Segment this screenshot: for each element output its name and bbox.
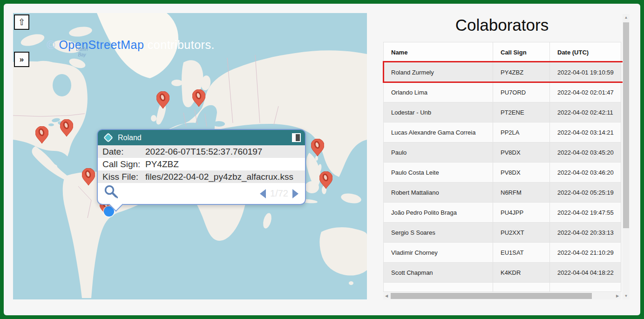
- popup-field-callsign: Call Sign:PY4ZBZ: [98, 158, 305, 170]
- page-indicator: 1/72: [270, 188, 288, 199]
- page-content: © OpenStreetMap contributors. BaffinBay …: [4, 4, 640, 315]
- column-header-callsign: Call Sign: [493, 42, 550, 62]
- page-title: Colaborators: [383, 16, 621, 34]
- double-chevron-icon: »: [20, 55, 24, 64]
- vertical-scrollbar[interactable]: ▲ ▼: [623, 14, 630, 299]
- column-header-name: Name: [384, 42, 493, 62]
- table-row[interactable]: PauloPV8DX2022-04-02 03:45:20: [384, 143, 621, 163]
- table-row-clipped: [384, 283, 621, 292]
- baffin-bay-label: BaffinBay: [68, 47, 96, 58]
- next-page-icon[interactable]: [292, 189, 298, 198]
- map-marker[interactable]: [192, 89, 205, 107]
- table-header-row: Name Call Sign Date (UTC): [384, 42, 621, 62]
- page-frame: © OpenStreetMap contributors. BaffinBay …: [0, 0, 644, 319]
- scroll-left-icon[interactable]: ◀: [383, 292, 390, 299]
- copyright-symbol: ©: [47, 38, 55, 51]
- popup-title: Roland: [118, 134, 142, 142]
- table-row[interactable]: João Pedro Polito BragaPU4JPP2022-04-02 …: [384, 203, 621, 223]
- table-row[interactable]: Sergio S SoaresPU2XXT2022-04-02 20:33:13: [384, 223, 621, 243]
- column-header-date: Date (UTC): [550, 42, 621, 62]
- scroll-right-icon[interactable]: ▶: [614, 292, 621, 299]
- table-row[interactable]: Vladimir ChorneyEU1SAT2022-04-02 21:10:2…: [384, 243, 621, 263]
- map-up-button[interactable]: ⇧: [14, 14, 29, 30]
- collaborators-table: Name Call Sign Date (UTC) Roland Zurmely…: [383, 42, 621, 292]
- station-popup: Roland Date:2022-06-07T15:52:37.760197 C…: [97, 129, 306, 205]
- diamond-icon: [103, 133, 113, 143]
- popup-pager: 1/72: [260, 188, 298, 199]
- table-row[interactable]: Scott ChapmanK4KDR2022-04-04 04:18:22: [384, 263, 621, 283]
- table-row[interactable]: Lucas Alexandre Gama CorreiaPP2LA2022-04…: [384, 122, 621, 143]
- popup-field-kissfile: Kiss File:files/2022-04-02_py4zbz_alfacr…: [98, 170, 305, 183]
- scroll-down-icon[interactable]: ▼: [623, 292, 630, 299]
- contributors-text: contributors.: [148, 38, 215, 51]
- popup-header: Roland: [98, 130, 305, 145]
- map-marker[interactable]: [156, 91, 169, 109]
- table-row[interactable]: Orlando LimaPU7ORD2022-04-02 02:01:47: [384, 82, 621, 102]
- scroll-up-icon[interactable]: ▲: [623, 14, 630, 21]
- vertical-scrollbar-thumb[interactable]: [623, 22, 629, 228]
- map-expand-button[interactable]: »: [14, 52, 29, 67]
- map-marker[interactable]: [35, 126, 48, 143]
- table-row-selected[interactable]: Roland ZurmelyPY4ZBZ2022-04-01 19:10:59: [384, 62, 621, 82]
- horizontal-scrollbar[interactable]: ◀ ▶: [383, 292, 621, 299]
- prev-page-icon[interactable]: [260, 189, 266, 198]
- table-row[interactable]: Paulo Costa LeitePV8DX2022-04-02 03:46:2…: [384, 163, 621, 183]
- popup-field-date: Date:2022-06-07T15:52:37.760197: [98, 145, 305, 158]
- up-arrow-icon: ⇧: [18, 17, 26, 27]
- map-marker[interactable]: [311, 139, 324, 156]
- table-row[interactable]: Lodestar - UnbPT2ENE2022-04-02 02:42:11: [384, 102, 621, 122]
- popup-footer: 1/72: [98, 183, 305, 204]
- maximize-icon[interactable]: [292, 133, 301, 142]
- horizontal-scrollbar-thumb[interactable]: [391, 293, 592, 299]
- map-marker[interactable]: [60, 119, 73, 136]
- table-row[interactable]: Robert MattalianoN6RFM2022-04-02 05:25:1…: [384, 183, 621, 203]
- map-marker[interactable]: [319, 171, 332, 189]
- search-icon[interactable]: [104, 184, 120, 200]
- map-marker[interactable]: [82, 168, 95, 185]
